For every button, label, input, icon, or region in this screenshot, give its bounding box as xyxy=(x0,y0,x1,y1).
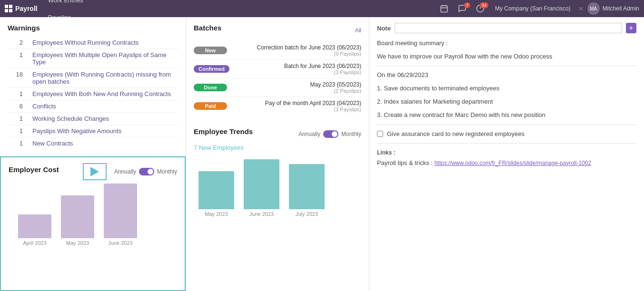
batch-row[interactable]: PaidPay of the month April 2023 (04/2023… xyxy=(194,97,361,115)
note-input[interactable] xyxy=(395,23,622,33)
trend-bar-group: May 2023 xyxy=(198,171,234,217)
batch-title: Pay of the month April 2023 (04/2023) xyxy=(265,100,361,107)
brand-label: Payroll xyxy=(15,5,38,12)
warning-row[interactable]: 1Employees With Both New And Running Con… xyxy=(8,88,178,100)
monthly-label: Monthly xyxy=(157,168,177,175)
checkbox-label: Give assurance card to new registered em… xyxy=(387,129,525,139)
warnings-section: Warnings 2Employees Without Running Cont… xyxy=(0,17,186,156)
warning-label: Payslips With Negative Amounts xyxy=(32,127,121,135)
svg-rect-0 xyxy=(441,6,447,12)
trend-bar-label: June 2023 xyxy=(249,211,274,217)
links-label: Links : xyxy=(377,149,396,156)
warning-label: New Contracts xyxy=(32,140,73,147)
nav-item-work-entries[interactable]: Work Entries xyxy=(42,0,90,9)
links-content: Payroll tips & tricks : https://www.odoo… xyxy=(377,158,636,168)
batch-status-badge: New xyxy=(194,47,227,54)
chart-bar-group: April 2023 xyxy=(18,214,51,246)
trends-annually-label: Annually xyxy=(298,131,320,137)
warning-count: 1 xyxy=(8,115,23,122)
chart-label: May 2023 xyxy=(66,240,89,246)
warning-row[interactable]: 18Employees (With Running Contracts) mis… xyxy=(8,68,178,88)
warning-label: Employees (With Running Contracts) missi… xyxy=(32,71,178,85)
trends-toggle[interactable] xyxy=(323,130,338,138)
batches-title: Batches xyxy=(194,24,221,32)
warning-count: 1 xyxy=(8,140,23,147)
new-employees-count[interactable]: 7 New Employees xyxy=(194,144,361,151)
batches-list: NewCorrection batch for June 2023 (06/20… xyxy=(194,41,361,115)
chart-bar-group: June 2023 xyxy=(104,184,137,246)
note-title: Note xyxy=(377,25,391,32)
employer-cost-chart: April 2023May 2023June 2023 xyxy=(9,184,177,246)
batch-info: May 2023 (05/2023)(2 Payslips) xyxy=(232,81,361,94)
note-item: 1. Save documents to terminated employee… xyxy=(377,83,636,94)
warning-row[interactable]: 6Conflicts xyxy=(8,100,178,113)
batch-row[interactable]: NewCorrection batch for June 2023 (06/20… xyxy=(194,41,361,60)
warnings-title: Warnings xyxy=(8,24,178,32)
note-divider xyxy=(377,66,636,66)
messages-icon-btn[interactable]: 7 xyxy=(455,4,469,13)
left-panel: Warnings 2Employees Without Running Cont… xyxy=(0,17,186,291)
warning-row[interactable]: 2Employees Without Running Contracts xyxy=(8,37,178,49)
batch-info: Batch for June 2023 (06/2023)(3 Payslips… xyxy=(234,63,361,75)
user-menu[interactable]: MA Mitchell Admin xyxy=(587,2,639,15)
note-header: Note + xyxy=(377,23,636,33)
warning-label: Conflicts xyxy=(32,103,56,110)
trends-header: Employee Trends Annually Monthly xyxy=(194,127,361,140)
alerts-badge: 34 xyxy=(480,2,488,8)
trend-bar-label: July 2023 xyxy=(296,211,318,217)
link-prefix: Payroll tips & tricks : xyxy=(377,159,435,166)
activity-icon-btn[interactable] xyxy=(437,4,451,13)
arrow-decoration xyxy=(83,163,107,180)
batches-section: Batches All NewCorrection batch for June… xyxy=(186,17,369,122)
warning-count: 1 xyxy=(8,51,23,58)
annually-label: Annually xyxy=(114,168,136,175)
nav-right: 7 34 My Company (San Francisco) ✕ MA Mit… xyxy=(437,2,639,15)
warnings-list: 2Employees Without Running Contracts1Emp… xyxy=(8,37,178,149)
warning-row[interactable]: 1Working Schedule Changes xyxy=(8,113,178,125)
batch-title: Batch for June 2023 (06/2023) xyxy=(284,63,361,69)
trend-bar xyxy=(289,164,325,209)
payroll-link[interactable]: https://www.odoo.com/fr_FR/slides/slide/… xyxy=(435,160,591,166)
warning-count: 1 xyxy=(8,90,23,97)
main-content: Warnings 2Employees Without Running Cont… xyxy=(0,17,644,291)
warning-count: 18 xyxy=(8,71,23,78)
checkbox-row: Give assurance card to new registered em… xyxy=(377,129,636,139)
nav-separator: ✕ xyxy=(578,5,584,12)
note-add-button[interactable]: + xyxy=(626,23,636,33)
user-name: Mitchell Admin xyxy=(603,5,639,12)
warning-label: Employees Without Running Contracts xyxy=(32,39,139,46)
chart-label: April 2023 xyxy=(23,240,47,246)
note-item: 3. Create a new contract for Marc Demo w… xyxy=(377,110,636,120)
trend-bar xyxy=(244,159,279,209)
batch-row[interactable]: DoneMay 2023 (05/2023)(2 Payslips) xyxy=(194,78,361,97)
employee-trends-section: Employee Trends Annually Monthly 7 New E… xyxy=(186,122,369,291)
warning-row[interactable]: 1Payslips With Negative Amounts xyxy=(8,125,178,137)
messages-badge: 7 xyxy=(464,2,470,8)
note-item: 2. Index salaries for Marketing departme… xyxy=(377,97,636,107)
note-items: 1. Save documents to terminated employee… xyxy=(377,83,636,120)
batches-header: Batches All xyxy=(194,24,361,37)
employer-cost-toggle[interactable] xyxy=(139,168,154,175)
note-divider2 xyxy=(377,125,636,125)
app-grid-icon[interactable] xyxy=(5,5,12,12)
note-content: Board meeting summary : We have to impro… xyxy=(377,38,636,168)
warning-label: Working Schedule Changes xyxy=(32,115,109,122)
warning-row[interactable]: 1New Contracts xyxy=(8,137,178,149)
batch-title: Correction batch for June 2023 (06/2023) xyxy=(257,44,361,51)
trend-bar xyxy=(198,171,234,209)
top-navigation: Payroll DashboardContractsWork EntriesPa… xyxy=(0,0,644,17)
alerts-icon-btn[interactable]: 34 xyxy=(473,4,487,13)
batch-sub: (2 Payslips) xyxy=(334,88,361,94)
warning-label: Employees With Multiple Open Payslips of… xyxy=(32,51,178,66)
warning-row[interactable]: 1Employees With Multiple Open Payslips o… xyxy=(8,49,178,68)
warning-label: Employees With Both New And Running Cont… xyxy=(32,90,171,97)
arrow-right-icon xyxy=(90,167,99,176)
batch-sub: (1 Payslips) xyxy=(334,107,361,112)
batch-info: Pay of the month April 2023 (04/2023)(1 … xyxy=(232,100,361,112)
assurance-checkbox[interactable] xyxy=(377,131,383,137)
batch-row[interactable]: ConfirmedBatch for June 2023 (06/2023)(3… xyxy=(194,60,361,78)
chart-bar xyxy=(61,195,94,238)
batches-all-link[interactable]: All xyxy=(355,27,361,34)
warning-count: 2 xyxy=(8,39,23,46)
company-name: My Company (San Francisco) xyxy=(491,5,575,12)
